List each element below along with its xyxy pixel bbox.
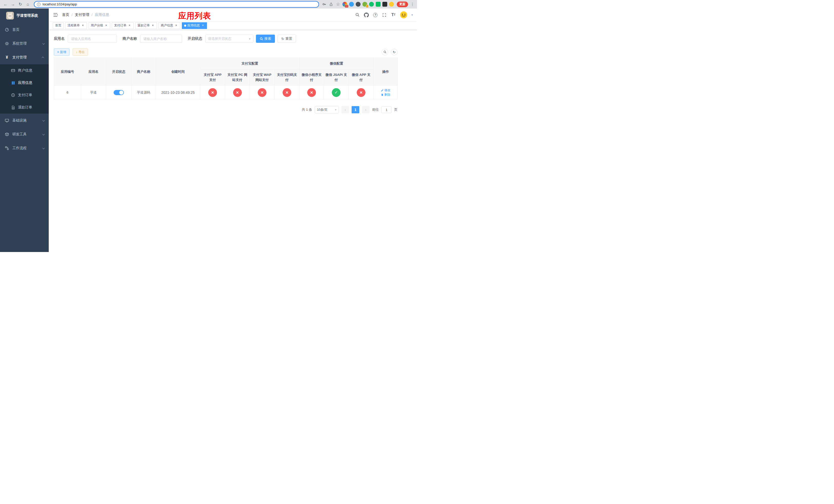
add-button[interactable]: 新增 — [54, 48, 69, 55]
tab-home[interactable]: 首页 — [53, 22, 64, 29]
alipay-wap-cell — [250, 86, 275, 99]
sidebar-item-label: 退款订单 — [18, 105, 32, 110]
page-size-select[interactable]: 10条/页 — [315, 106, 339, 113]
prev-page-button[interactable] — [341, 106, 349, 113]
sidebar-item-label: 首页 — [12, 27, 20, 32]
extension-icon[interactable] — [382, 2, 387, 7]
url-bar[interactable]: localhost:1024/pay/app — [34, 1, 319, 8]
alipay-qr-status-icon — [283, 88, 291, 97]
reload-icon[interactable] — [17, 1, 24, 8]
close-icon[interactable] — [174, 24, 178, 27]
search-button[interactable]: 搜索 — [256, 35, 275, 43]
page-unit-label: 页 — [394, 108, 397, 112]
sidebar-toggle-icon[interactable] — [53, 12, 58, 18]
app-name-input[interactable] — [68, 35, 117, 43]
help-icon[interactable] — [373, 12, 378, 18]
merchant-name-input[interactable] — [140, 35, 182, 43]
search-icon[interactable] — [355, 12, 360, 18]
tab-merchant-info[interactable]: 商户信息 — [158, 22, 180, 29]
close-icon[interactable] — [81, 24, 85, 27]
goto-page-input[interactable] — [381, 107, 392, 113]
breadcrumb-current: 应用信息 — [95, 13, 109, 17]
tab-user-group[interactable]: 用户分组 — [88, 22, 110, 29]
status-toggle[interactable] — [114, 90, 124, 95]
sidebar-item-devtools[interactable]: 研发工具 — [0, 128, 49, 141]
extension-icon[interactable] — [369, 2, 374, 7]
info-icon[interactable] — [37, 3, 41, 6]
extension-icon[interactable] — [389, 2, 394, 7]
page-size-value: 10条/页 — [317, 108, 328, 112]
breadcrumb-section[interactable]: 支付管理 — [75, 13, 89, 17]
extension-icon[interactable] — [356, 2, 360, 7]
close-icon[interactable] — [104, 24, 108, 27]
share-icon[interactable] — [329, 2, 334, 7]
page-number-button[interactable]: 1 — [352, 106, 359, 113]
forward-icon[interactable] — [9, 1, 16, 8]
sidebar-subitem-merchant-info[interactable]: 商户信息 — [0, 64, 49, 77]
extension-icon[interactable]: 1 — [363, 2, 367, 7]
overflow-menu-icon[interactable] — [410, 2, 415, 7]
status-label: 开启状态 — [188, 37, 202, 41]
chevron-down-icon — [249, 37, 250, 41]
add-button-label: 新增 — [60, 50, 66, 54]
fullscreen-icon[interactable] — [382, 12, 387, 18]
breadcrumb: 首页 / 支付管理 / 应用信息 — [62, 13, 109, 17]
wechat-mini-cell — [300, 86, 324, 99]
export-button-label: 导出 — [79, 50, 85, 54]
logo — [6, 12, 14, 20]
sidebar-item-infrastructure[interactable]: 基础设施 — [0, 114, 49, 128]
extension-badge: 10 — [345, 5, 349, 8]
sidebar-item-system[interactable]: 系统管理 — [0, 37, 49, 50]
tab-app-info[interactable]: 应用信息 — [182, 22, 207, 29]
font-size-icon[interactable]: TT — [391, 12, 396, 18]
sidebar-subitem-payment-order[interactable]: 支付订单 — [0, 89, 49, 101]
col-status: 开启状态 — [106, 58, 132, 86]
download-icon — [76, 50, 78, 54]
pagination: 共 1 条 10条/页 1 前往 页 — [54, 106, 397, 113]
refresh-table-button[interactable] — [391, 49, 397, 55]
delete-button[interactable]: 删除 — [381, 93, 391, 97]
home-icon[interactable] — [24, 1, 31, 8]
reset-button[interactable]: 重置 — [278, 35, 296, 43]
col-created: 创建时间 — [156, 58, 200, 86]
status-select[interactable]: 请选择开启状态 — [205, 35, 254, 43]
tab-label: 首页 — [55, 23, 61, 28]
table-toolbar: 新增 导出 — [54, 48, 397, 55]
chevron-down-icon[interactable] — [411, 13, 413, 17]
edit-button[interactable]: 修改 — [381, 88, 391, 93]
next-page-button[interactable] — [362, 106, 370, 113]
browser-update-button[interactable]: 更新 — [397, 2, 408, 7]
close-icon[interactable] — [151, 24, 155, 27]
extension-icon[interactable] — [349, 2, 354, 7]
extension-icon[interactable] — [376, 2, 380, 7]
chevron-down-icon — [42, 42, 45, 45]
sidebar-subitem-refund-order[interactable]: 退款订单 — [0, 101, 49, 114]
alipay-pc-cell — [225, 86, 250, 99]
avatar[interactable] — [400, 11, 408, 19]
extension-icon[interactable]: 10 — [343, 2, 347, 7]
github-icon[interactable] — [364, 12, 369, 18]
status-cell — [106, 86, 132, 99]
sidebar-item-payment[interactable]: ¥ 支付管理 — [0, 50, 49, 64]
sidebar-item-workflow[interactable]: 工作流程 — [0, 141, 49, 155]
bookmark-star-icon[interactable] — [335, 2, 341, 7]
back-icon[interactable] — [2, 1, 9, 8]
toggle-search-button[interactable] — [381, 49, 388, 55]
close-icon[interactable] — [128, 24, 131, 27]
sidebar-subitem-app-info[interactable]: 应用信息 — [0, 77, 49, 89]
wechat-jsapi-cell — [324, 86, 349, 99]
app-table: 应用编号 应用名 开启状态 商户名称 创建时间 支付宝配置 微信配置 操作 支付… — [54, 58, 398, 99]
app-name-cell: 芋道 — [81, 86, 106, 99]
tab-process-form[interactable]: 流程表单 — [65, 22, 87, 29]
export-button[interactable]: 导出 — [72, 48, 88, 55]
sidebar-item-home[interactable]: 首页 — [0, 23, 49, 37]
breadcrumb-separator: / — [71, 13, 72, 17]
url-text: localhost:1024/pay/app — [43, 2, 77, 6]
close-icon[interactable] — [201, 24, 205, 27]
breadcrumb-home[interactable]: 首页 — [62, 13, 69, 17]
col-wechat-jsapi: 微信 JSAPI 支付 — [324, 69, 349, 86]
tab-payment-order[interactable]: 支付订单 — [112, 22, 134, 29]
key-icon[interactable] — [322, 2, 327, 7]
tab-refund-order[interactable]: 退款订单 — [135, 22, 157, 29]
browser-chrome: localhost:1024/pay/app 10 1 更新 — [0, 0, 417, 8]
